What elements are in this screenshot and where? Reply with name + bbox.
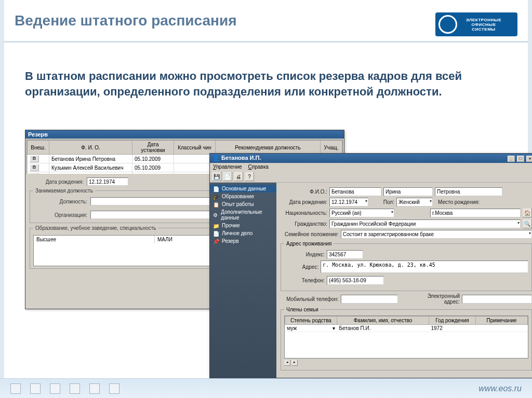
footer-url: www.eos.ru (478, 384, 522, 393)
birth-input[interactable] (87, 177, 128, 186)
footer-icon (50, 383, 60, 394)
index-input[interactable] (327, 250, 363, 259)
tree-item-other[interactable]: 📁Прочие (210, 222, 276, 229)
footer-icon (10, 383, 21, 394)
tree-item-experience[interactable]: 📋Опыт работы (210, 200, 276, 208)
window-title: 👤 Бетанова И.П. (212, 155, 261, 162)
citizenship-select[interactable] (329, 219, 521, 228)
person-card-window: 👤 Бетанова И.П. _ □ × Управление Справка… (209, 153, 532, 378)
phone-input[interactable] (327, 276, 384, 285)
toolbar: 💾 📄 🖨 ? (210, 171, 532, 183)
lookup-icon[interactable]: 🔍 (523, 219, 532, 228)
marital-select[interactable] (341, 230, 532, 239)
gender-select[interactable] (396, 198, 433, 207)
tree-item-reserve[interactable]: 📌Резерв (210, 237, 276, 245)
menu-item[interactable]: Управление (213, 164, 242, 170)
family-grid[interactable]: Степень родства Фамилия, имя, отчество Г… (284, 315, 528, 359)
footer-icon (70, 383, 80, 394)
nav-first-icon[interactable]: ◂ (284, 360, 290, 366)
maximize-icon[interactable]: □ (517, 156, 524, 162)
save-icon[interactable]: 💾 (212, 172, 221, 181)
footer-icon (109, 383, 119, 394)
close-icon[interactable]: × (526, 156, 532, 162)
toolbar-button[interactable]: 📄 (223, 172, 232, 181)
mobile-input[interactable] (341, 295, 398, 304)
person-form: Ф.И.О.: Дата рождения: Пол: Место рожден… (276, 183, 532, 380)
slide-body: В штатном расписании можно просмотреть с… (25, 68, 501, 99)
nationality-select[interactable] (329, 209, 394, 217)
birthdate-input[interactable] (329, 198, 368, 207)
footer-icon (89, 383, 100, 394)
nav-tree[interactable]: 📄Основные данные 🎓Образование 📋Опыт рабо… (210, 183, 276, 380)
home-icon[interactable]: 🏠 (523, 208, 532, 217)
firstname-input[interactable] (383, 187, 433, 196)
help-icon[interactable]: ? (245, 172, 254, 181)
slide-title: Ведение штатного расписания (15, 12, 236, 29)
minimize-icon[interactable]: _ (508, 156, 515, 162)
tree-item-main[interactable]: 📄Основные данные (210, 185, 276, 193)
family-row[interactable]: муж ▾ Бетанов П.И. 1972 (285, 325, 528, 332)
footer-icon (30, 383, 41, 394)
footer-icons (10, 383, 119, 394)
tree-item-education[interactable]: 🎓Образование (210, 193, 276, 200)
tree-item-extra[interactable]: ⚙Дополнительные данные (210, 208, 276, 222)
menu-bar[interactable]: Управление Справка (210, 163, 532, 171)
address-input[interactable] (321, 260, 528, 273)
email-input[interactable] (462, 295, 532, 304)
lastname-input[interactable] (329, 187, 381, 196)
tree-item-file[interactable]: 📄Личное дело (210, 229, 276, 237)
middlename-input[interactable] (435, 187, 502, 196)
menu-item[interactable]: Справка (248, 164, 269, 170)
birthplace-input[interactable] (430, 209, 521, 217)
nav-last-icon[interactable]: ▸ (291, 360, 298, 366)
logo: ЭЛЕКТРОННЫЕ ОФИСНЫЕ СИСТЕМЫ (435, 12, 517, 36)
reserve-title: Резерв (25, 130, 344, 139)
toolbar-button[interactable]: 🖨 (234, 172, 243, 181)
